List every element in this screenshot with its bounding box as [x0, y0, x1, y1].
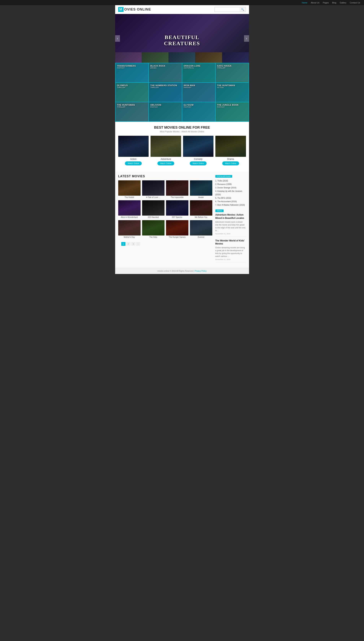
movie-cell-genre-5: THRILLER	[117, 87, 126, 89]
latest-movies-container: The Hobbit A Tale of Love ... The Imposs…	[118, 180, 212, 238]
popular-film-6[interactable]: 6. The Accountant (2016)	[216, 200, 246, 203]
latest-item-r1-c3[interactable]: The Impossible	[166, 180, 188, 198]
latest-poster-r2-c4	[190, 200, 212, 216]
page-btn-4[interactable]: ›	[136, 242, 140, 246]
watch-btn-1[interactable]: Watch Online	[125, 161, 142, 165]
latest-poster-r2-c3	[166, 200, 188, 216]
movie-cell-title-12: THE JUNGLE BOOK	[217, 104, 239, 106]
latest-item-r1-c1[interactable]: The Hobbit	[118, 180, 140, 198]
news-badge: NEWS	[216, 209, 224, 212]
privacy-policy-link[interactable]: Privacy Policy	[195, 270, 206, 272]
news-articles: Adventure Movies: Action Mixed in Beauti…	[216, 213, 246, 262]
movie-cell-genre-1: FANTASY	[117, 67, 125, 69]
best-label-4: Drama	[216, 158, 246, 160]
best-movies-subtitle: Most Popular Movies - Watch All Movies O…	[118, 130, 246, 133]
latest-item-r2-c3[interactable]: 007 Spectre	[166, 200, 188, 218]
best-movie-item-2: Adventure Watch Online	[150, 136, 181, 165]
pagination: 123›	[118, 240, 212, 249]
movie-grid-item-1[interactable]: TRANSFORMERS FANTASY	[116, 63, 148, 82]
news-title-2[interactable]: The Wonder World of Kids' Movies	[216, 239, 246, 246]
latest-item-r2-c1[interactable]: Alice in Wonderland	[118, 200, 140, 218]
nav-gallery[interactable]: Gallery	[340, 2, 346, 4]
best-label-1: Action	[118, 158, 149, 160]
latest-item-r3-c3[interactable]: The Hunger Games	[166, 220, 188, 238]
latest-item-r2-c4[interactable]: Me Before You	[190, 200, 212, 218]
latest-label-r3-c3: The Hunger Games	[166, 236, 188, 238]
watch-btn-3[interactable]: Watch Online	[190, 161, 206, 165]
movie-cell-genre-7: FANTASY	[184, 87, 192, 89]
popular-film-1[interactable]: 1. Trolls (2016)	[216, 179, 246, 183]
site-logo[interactable]: M OVIES ONLINE	[118, 7, 151, 12]
latest-item-r1-c4[interactable]: Avatar	[190, 180, 212, 198]
nav-blog[interactable]: Blog	[332, 2, 336, 4]
best-label-2: Adventure	[150, 158, 181, 160]
page-btn-2[interactable]: 2	[126, 242, 130, 246]
movie-cell-title-10: OBLIVION	[150, 104, 161, 106]
hero-thumb-4[interactable]	[196, 52, 222, 63]
nav-about[interactable]: About Us	[311, 2, 320, 4]
hero-thumb-1[interactable]	[115, 52, 142, 63]
latest-item-r3-c1[interactable]: Mother's Day	[118, 220, 140, 238]
search-input[interactable]	[214, 7, 240, 12]
site-footer: movies online © 2016 All Rights Reserved…	[115, 268, 249, 274]
slider-prev-button[interactable]: ‹	[115, 35, 120, 42]
movie-grid-item-2[interactable]: BLACK ROCK DRAMA	[149, 63, 182, 82]
latest-poster-r3-c4	[190, 220, 212, 235]
latest-poster-r1-c2	[142, 180, 164, 196]
search-button[interactable]: 🔍	[240, 7, 246, 12]
movie-cell-genre-10: FANTASY	[150, 106, 158, 108]
hero-thumbnails	[115, 52, 249, 63]
popular-film-3[interactable]: 3. Doctor Strange (2016)	[216, 186, 246, 190]
logo-text: OVIES ONLINE	[124, 8, 151, 12]
latest-section: LATEST MOVIES The Hobbit A Tale of Love …	[115, 172, 249, 268]
movie-grid-item-7[interactable]: IRON MAN FANTASY	[182, 83, 216, 102]
latest-poster-r1-c3	[166, 180, 188, 196]
page-btn-1[interactable]: 1	[121, 242, 126, 246]
hero-thumb-3[interactable]	[169, 52, 196, 63]
movie-cell-genre-6: THRILLER	[150, 87, 159, 89]
best-poster-2	[150, 136, 181, 157]
best-movies-title: BEST MOVIES ONLINE FOR FREE	[118, 126, 246, 130]
latest-item-r2-c2[interactable]: 333 Haunted	[142, 200, 164, 218]
movie-grid-item-6[interactable]: THE NUMBERS STATION THRILLER	[149, 83, 182, 102]
popular-film-4[interactable]: 4. Keeping Up with the Joneses (2016)	[216, 190, 246, 196]
nav-pages[interactable]: Pages	[323, 2, 329, 4]
movie-grid-item-4[interactable]: SAFE HAVEN THRILLER	[216, 63, 249, 82]
popular-film-7[interactable]: 7. Boo! A Madea Halloween (2016)	[216, 203, 246, 207]
page-btn-3[interactable]: 3	[131, 242, 136, 246]
latest-label-r2-c1: Alice in Wonderland	[118, 216, 140, 218]
latest-item-r1-c2[interactable]: A Tale of Love ...	[142, 180, 164, 198]
hero-thumb-5[interactable]	[222, 52, 249, 63]
movie-cell-title-11: ELYSIUM	[184, 104, 194, 106]
news-title-1[interactable]: Adventure Movies: Action Mixed in Beauti…	[216, 213, 246, 220]
movie-grid-item-8[interactable]: THE HUNTSMAN ACTION	[216, 83, 249, 102]
movie-grid-item-5[interactable]: OLYMPUS THRILLER	[116, 83, 148, 102]
movie-grid-item-11[interactable]: ELYSIUM FANTASY	[182, 102, 216, 121]
popular-film-2[interactable]: 2. Romance (1999)	[216, 183, 246, 186]
latest-row-2: Alice in Wonderland 333 Haunted 007 Spec…	[118, 200, 212, 218]
latest-poster-r1-c1	[118, 180, 140, 196]
popular-film-5[interactable]: 5. The BFG (2016)	[216, 196, 246, 200]
watch-btn-2[interactable]: Watch Online	[158, 161, 174, 165]
slider-next-button[interactable]: ›	[244, 35, 249, 42]
watch-btn-4[interactable]: Watch Online	[222, 161, 239, 165]
movie-grid-item-12[interactable]: THE JUNGLE BOOK FANTASY	[216, 102, 249, 121]
hero-thumb-2[interactable]	[142, 52, 169, 63]
latest-poster-r2-c2	[142, 200, 164, 216]
latest-row-1: The Hobbit A Tale of Love ... The Imposs…	[118, 180, 212, 198]
movie-grid-item-3[interactable]: DRAGON LORE HISTORICAL	[182, 63, 216, 82]
news-article-1: Adventure Movies: Action Mixed in Beauti…	[216, 213, 246, 237]
nav-home[interactable]: Home	[302, 2, 308, 4]
movie-grid-item-9[interactable]: THE HUNTSMAN THRILLER	[116, 102, 148, 121]
latest-item-r3-c4[interactable]: Everest	[190, 220, 212, 238]
movie-cell-title-6: THE NUMBERS STATION	[150, 84, 177, 87]
latest-item-r3-c2[interactable]: The Help	[142, 220, 164, 238]
latest-label-r1-c2: A Tale of Love ...	[142, 196, 164, 198]
movie-grid-item-10[interactable]: OBLIVION FANTASY	[149, 102, 182, 121]
latest-label-r3-c4: Everest	[190, 236, 212, 238]
latest-main: LATEST MOVIES The Hobbit A Tale of Love …	[118, 175, 246, 265]
latest-left: LATEST MOVIES The Hobbit A Tale of Love …	[118, 175, 212, 265]
best-poster-1	[118, 136, 149, 157]
nav-contact[interactable]: Contact Us	[350, 2, 360, 4]
latest-label-r2-c3: 007 Spectre	[166, 216, 188, 218]
